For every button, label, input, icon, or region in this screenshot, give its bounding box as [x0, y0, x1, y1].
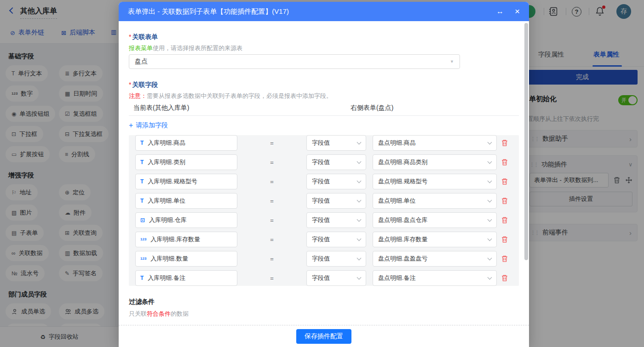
modal-body: *关联表单 报表菜单使用，请选择报表所配置的来源表 盘点 ▼ *关联字段 注意：…	[119, 21, 529, 325]
field-mapping-row: T入库明细.备注=字段值盘点明细.备注	[135, 270, 512, 286]
source-field-box[interactable]: 123入库明细.库存数量	[135, 232, 237, 247]
source-field-box[interactable]: T入库明细.规格型号	[135, 174, 237, 189]
equals-operator: =	[237, 159, 306, 166]
equals-operator: =	[237, 217, 306, 224]
chevron-down-icon	[488, 217, 492, 222]
chevron-down-icon	[357, 198, 362, 202]
plus-icon: +	[129, 121, 133, 130]
source-field-box[interactable]: ⊡入库明细.仓库	[135, 212, 237, 228]
delete-row-icon[interactable]	[501, 159, 508, 166]
dropdown-arrow-icon: ▼	[450, 59, 454, 64]
select-value: 盘点明细.商品类别	[378, 158, 428, 166]
value-type-select[interactable]: 字段值	[306, 135, 366, 151]
related-fields-label: *关联字段	[129, 81, 519, 89]
value-type-select[interactable]: 字段值	[306, 251, 366, 267]
delete-row-icon[interactable]	[501, 216, 508, 224]
target-field-select[interactable]: 盘点明细.规格型号	[373, 174, 497, 189]
modal-scrollbar[interactable]	[524, 23, 528, 260]
source-field-box[interactable]: T入库明细.类别	[135, 154, 237, 170]
source-field-name: 入库明细.库存数量	[150, 235, 200, 244]
equals-operator: =	[237, 198, 306, 205]
filter-condition-link[interactable]: 符合条件	[147, 310, 171, 317]
field-mapping-row: 123入库明细.库存数量=字段值盘点明细.库存数量	[135, 232, 512, 247]
resize-icon[interactable]: ↔	[496, 7, 504, 16]
chevron-down-icon	[488, 178, 492, 183]
source-field-box[interactable]: 123入库明细.数量	[135, 251, 237, 267]
source-field-box[interactable]: T入库明细.商品	[135, 135, 237, 151]
equals-operator: =	[237, 275, 306, 282]
value-type-select[interactable]: 字段值	[306, 212, 366, 228]
equals-operator: =	[237, 140, 306, 147]
source-field-box[interactable]: T入库明细.备注	[135, 270, 237, 286]
field-mapping-row: T入库明细.规格型号=字段值盘点明细.规格型号	[135, 174, 512, 189]
text-icon: T	[140, 275, 144, 281]
source-field-name: 入库明细.单位	[148, 197, 185, 205]
chevron-down-icon	[488, 256, 492, 260]
field-mapping-row: T入库明细.类别=字段值盘点明细.商品类别	[135, 154, 512, 170]
source-field-name: 入库明细.数量	[150, 255, 188, 263]
modal-header: 表单弹出 - 关联数据到子表单【功能插件配置】(V17) ↔ ×	[119, 2, 529, 21]
source-field-name: 入库明细.商品	[148, 139, 185, 147]
target-field-select[interactable]: 盘点明细.备注	[373, 270, 497, 286]
related-form-label: *关联表单	[129, 33, 519, 41]
value-type-select[interactable]: 字段值	[306, 174, 366, 189]
select-value: 盘点明细.盘点仓库	[378, 216, 428, 224]
chevron-down-icon	[488, 198, 492, 202]
right-column-header: 右侧表单(盘点)	[351, 104, 393, 112]
mapping-column-headers: 当前表(其他入库单) 右侧表单(盘点)	[129, 103, 519, 116]
select-value: 字段值	[312, 274, 330, 282]
chevron-down-icon	[357, 275, 362, 279]
field-mapping-row: T入库明细.单位=字段值盘点明细.单位	[135, 193, 512, 209]
related-fields-note: 注意：需要从报表多选数据中关联到子表单的字段，必须是报表中添加字段。	[129, 92, 519, 100]
filter-section-text: 只关联符合条件的数据	[129, 310, 519, 318]
delete-row-icon[interactable]	[501, 197, 508, 205]
number-icon: 123	[140, 257, 146, 261]
value-type-select[interactable]: 字段值	[306, 232, 366, 247]
field-mapping-rows: T入库明细.商品=字段值盘点明细.商品T入库明细.类别=字段值盘点明细.商品类别…	[129, 135, 519, 286]
value-type-select[interactable]: 字段值	[306, 193, 366, 209]
save-plugin-config-button[interactable]: 保存插件配置	[296, 329, 351, 344]
add-field-link[interactable]: + 请添加字段	[129, 121, 168, 130]
target-field-select[interactable]: 盘点明细.单位	[373, 193, 497, 209]
plugin-config-modal: 表单弹出 - 关联数据到子表单【功能插件配置】(V17) ↔ × *关联表单 报…	[119, 2, 529, 347]
target-field-select[interactable]: 盘点明细.商品类别	[373, 154, 497, 170]
filter-section-label: 过滤条件	[129, 298, 519, 306]
target-field-select[interactable]: 盘点明细.商品	[373, 135, 497, 151]
select-value: 盘点明细.规格型号	[378, 177, 428, 186]
value-type-select[interactable]: 字段值	[306, 154, 366, 170]
number-icon: 123	[140, 238, 146, 241]
select-value: 盘点明细.备注	[378, 274, 416, 282]
select-value: 盘点明细.库存数量	[378, 235, 428, 244]
source-field-name: 入库明细.备注	[148, 274, 185, 282]
target-field-select[interactable]: 盘点明细.库存数量	[373, 232, 497, 247]
delete-row-icon[interactable]	[501, 255, 508, 262]
target-field-select[interactable]: 盘点明细.盘点仓库	[373, 212, 497, 228]
equals-operator: =	[237, 256, 306, 262]
target-field-select[interactable]: 盘点明细.盘盈盘亏	[373, 251, 497, 267]
field-mapping-row: T入库明细.商品=字段值盘点明细.商品	[135, 135, 512, 151]
select-value: 字段值	[312, 139, 330, 147]
chevron-down-icon	[357, 159, 362, 164]
select-icon: ⊡	[140, 217, 145, 223]
delete-row-icon[interactable]	[501, 139, 508, 147]
source-field-name: 入库明细.类别	[148, 158, 185, 166]
field-mapping-row: ⊡入库明细.仓库=字段值盘点明细.盘点仓库	[135, 212, 512, 228]
delete-row-icon[interactable]	[501, 274, 508, 282]
delete-row-icon[interactable]	[501, 236, 508, 243]
source-field-name: 入库明细.规格型号	[148, 177, 197, 186]
related-form-select[interactable]: 盘点 ▼	[129, 54, 460, 69]
select-value: 盘点明细.盘盈盘亏	[378, 255, 428, 263]
equals-operator: =	[237, 236, 306, 243]
text-icon: T	[140, 140, 144, 146]
select-value: 字段值	[312, 255, 330, 263]
field-mapping-row: 123入库明细.数量=字段值盘点明细.盘盈盘亏	[135, 251, 512, 267]
text-icon: T	[140, 179, 144, 184]
close-icon[interactable]: ×	[515, 6, 520, 17]
select-value: 字段值	[312, 177, 330, 186]
select-value: 字段值	[312, 158, 330, 166]
modal-title: 表单弹出 - 关联数据到子表单【功能插件配置】(V17)	[128, 7, 496, 16]
value-type-select[interactable]: 字段值	[306, 270, 366, 286]
delete-row-icon[interactable]	[501, 178, 508, 185]
chevron-down-icon	[357, 217, 362, 222]
source-field-box[interactable]: T入库明细.单位	[135, 193, 237, 209]
